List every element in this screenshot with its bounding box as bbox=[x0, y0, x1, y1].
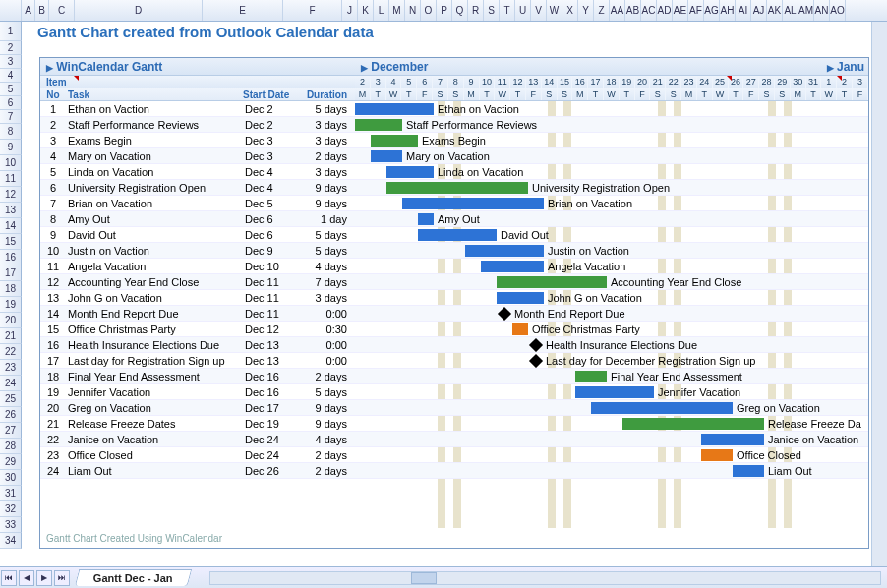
table-row[interactable]: 2Staff Performance ReviewsDec 23 daysSta… bbox=[40, 117, 868, 133]
gantt-bar[interactable] bbox=[386, 182, 528, 194]
row-header[interactable]: 18 bbox=[0, 281, 22, 297]
col-header[interactable]: A bbox=[22, 0, 35, 21]
col-header[interactable]: U bbox=[515, 0, 531, 21]
table-row[interactable]: 24Liam OutDec 262 daysLiam Out bbox=[40, 463, 868, 479]
gantt-bar[interactable] bbox=[418, 229, 497, 241]
col-header[interactable]: AH bbox=[720, 0, 736, 21]
gantt-bar[interactable] bbox=[512, 323, 528, 335]
gantt-bar[interactable] bbox=[481, 261, 544, 272]
row-header[interactable]: 20 bbox=[0, 313, 22, 328]
gantt-bar[interactable] bbox=[418, 213, 434, 225]
row-header[interactable]: 31 bbox=[0, 486, 22, 501]
table-row[interactable]: 16Health Insurance Elections DueDec 130:… bbox=[40, 337, 868, 353]
sheet-tab-active[interactable]: Gantt Dec - Jan bbox=[75, 569, 192, 586]
col-header[interactable]: J bbox=[342, 0, 358, 21]
col-header[interactable]: Q bbox=[452, 0, 468, 21]
table-row[interactable]: 10Justin on VactionDec 95 daysJustin on … bbox=[40, 243, 868, 259]
gantt-bar[interactable] bbox=[497, 292, 544, 304]
col-header[interactable]: D bbox=[75, 0, 203, 21]
col-header[interactable]: X bbox=[562, 0, 578, 21]
row-header[interactable]: 29 bbox=[0, 454, 22, 470]
table-row[interactable]: 6University Registration OpenDec 49 days… bbox=[40, 180, 868, 196]
gantt-bar[interactable] bbox=[497, 276, 607, 288]
col-header[interactable]: Z bbox=[594, 0, 610, 21]
expand-icon[interactable]: ▶ bbox=[46, 63, 53, 73]
gantt-bar[interactable] bbox=[371, 150, 402, 162]
row-header[interactable]: 19 bbox=[0, 297, 22, 313]
gantt-bar[interactable] bbox=[575, 386, 654, 398]
col-header[interactable]: O bbox=[421, 0, 437, 21]
col-header[interactable]: AA bbox=[610, 0, 625, 21]
expand-icon[interactable]: ▶ bbox=[361, 63, 368, 73]
col-header[interactable]: AJ bbox=[751, 0, 767, 21]
expand-icon[interactable]: ▶ bbox=[827, 63, 834, 73]
col-header[interactable]: F bbox=[283, 0, 342, 21]
col-header[interactable]: AF bbox=[688, 0, 704, 21]
horizontal-scrollbar[interactable] bbox=[209, 571, 881, 585]
row-header[interactable]: 9 bbox=[0, 140, 22, 155]
col-header[interactable]: AN bbox=[814, 0, 830, 21]
table-row[interactable]: 20Greg on VacationDec 179 daysGreg on Va… bbox=[40, 400, 868, 416]
gantt-bar[interactable] bbox=[575, 371, 607, 382]
col-header[interactable]: L bbox=[374, 0, 389, 21]
row-header[interactable]: 8 bbox=[0, 124, 22, 140]
col-header[interactable]: S bbox=[484, 0, 500, 21]
row-header[interactable]: 30 bbox=[0, 470, 22, 486]
col-header[interactable]: V bbox=[531, 0, 547, 21]
tab-nav-last[interactable]: ⏭ bbox=[54, 570, 70, 586]
gantt-bar[interactable] bbox=[371, 135, 418, 147]
col-header[interactable]: N bbox=[405, 0, 421, 21]
row-header[interactable]: 12 bbox=[0, 187, 22, 203]
table-row[interactable]: 17Last day for Registration Sign upDec 1… bbox=[40, 353, 868, 369]
col-header[interactable]: K bbox=[358, 0, 374, 21]
col-header[interactable]: Y bbox=[578, 0, 594, 21]
row-header[interactable]: 22 bbox=[0, 344, 22, 360]
col-header[interactable]: AO bbox=[830, 0, 846, 21]
gantt-bar[interactable] bbox=[622, 418, 764, 430]
row-header[interactable]: 28 bbox=[0, 439, 22, 454]
table-row[interactable]: 12Accounting Year End CloseDec 117 daysA… bbox=[40, 274, 868, 290]
col-header[interactable]: C bbox=[49, 0, 75, 21]
gantt-bar[interactable] bbox=[733, 465, 764, 477]
table-row[interactable]: 7Brian on VacationDec 59 daysBrian on Va… bbox=[40, 196, 868, 211]
row-header[interactable]: 32 bbox=[0, 501, 22, 517]
row-header[interactable]: 13 bbox=[0, 203, 22, 218]
col-header[interactable]: AK bbox=[767, 0, 783, 21]
col-header[interactable]: B bbox=[35, 0, 49, 21]
col-header[interactable]: E bbox=[203, 0, 283, 21]
col-header[interactable]: T bbox=[500, 0, 515, 21]
row-header[interactable]: 14 bbox=[0, 218, 22, 234]
table-row[interactable]: 4Mary on VacationDec 32 daysMary on Vaca… bbox=[40, 148, 868, 164]
col-header[interactable]: AD bbox=[657, 0, 673, 21]
row-header[interactable]: 3 bbox=[0, 55, 22, 69]
gantt-bar[interactable] bbox=[465, 245, 544, 257]
col-header[interactable]: W bbox=[547, 0, 562, 21]
gantt-bar[interactable] bbox=[402, 198, 544, 209]
table-row[interactable]: 13John G on VacationDec 113 daysJohn G o… bbox=[40, 290, 868, 306]
row-header[interactable]: 10 bbox=[0, 155, 22, 171]
col-header[interactable]: M bbox=[389, 0, 405, 21]
table-row[interactable]: 1Ethan on VactionDec 25 daysEthan on Vac… bbox=[40, 101, 868, 117]
tab-nav-first[interactable]: ⏮ bbox=[1, 570, 17, 586]
col-header[interactable]: AI bbox=[736, 0, 751, 21]
table-row[interactable]: 5Linda on VacationDec 43 daysLinda on Va… bbox=[40, 164, 868, 180]
row-header[interactable]: 33 bbox=[0, 517, 22, 533]
table-row[interactable]: 21Release Freeze DatesDec 199 daysReleas… bbox=[40, 416, 868, 432]
col-header[interactable]: AC bbox=[641, 0, 657, 21]
gantt-bar[interactable] bbox=[355, 103, 434, 115]
row-header[interactable]: 25 bbox=[0, 391, 22, 407]
col-header[interactable]: R bbox=[468, 0, 484, 21]
row-header[interactable]: 16 bbox=[0, 250, 22, 265]
row-header[interactable]: 23 bbox=[0, 360, 22, 376]
col-header[interactable]: AM bbox=[798, 0, 814, 21]
table-row[interactable]: 3Exams BeginDec 33 daysExams Begin bbox=[40, 133, 868, 148]
col-header[interactable]: AB bbox=[625, 0, 641, 21]
row-header[interactable]: 11 bbox=[0, 171, 22, 187]
row-header[interactable]: 6 bbox=[0, 96, 22, 110]
row-header[interactable]: 27 bbox=[0, 423, 22, 439]
row-header[interactable]: 34 bbox=[0, 533, 22, 549]
tab-nav-next[interactable]: ▶ bbox=[36, 570, 52, 586]
gantt-bar[interactable] bbox=[701, 449, 733, 461]
select-all-corner[interactable] bbox=[0, 0, 22, 21]
tab-nav-prev[interactable]: ◀ bbox=[19, 570, 34, 586]
